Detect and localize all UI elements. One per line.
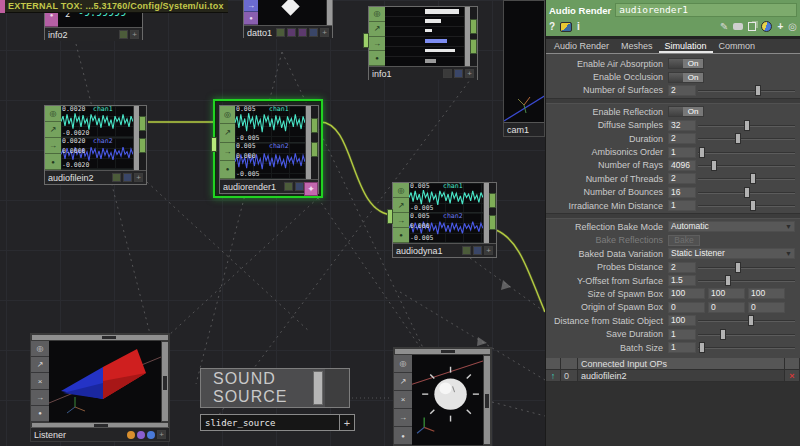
param-slider[interactable] xyxy=(698,160,795,171)
param-value-field[interactable]: 1.5 xyxy=(668,275,696,286)
slider-handle[interactable] xyxy=(750,173,756,184)
flag-square[interactable] xyxy=(276,28,285,37)
node-name[interactable]: audiofilein2 xyxy=(48,173,110,183)
tab-common[interactable]: Common xyxy=(713,40,762,53)
toggle-state[interactable]: On xyxy=(683,73,703,82)
bypass-flag-icon[interactable] xyxy=(220,124,235,142)
help-icon[interactable]: ? xyxy=(549,22,555,32)
add-flag-button[interactable]: + xyxy=(130,30,139,39)
output-connector[interactable] xyxy=(489,193,496,208)
param-value-field-y[interactable]: 100 xyxy=(708,288,745,299)
node-audiodyna1[interactable]: 0.005 chan1 -0.005 0.005 chan2 0.000 -0.… xyxy=(392,182,497,258)
node-label-bar[interactable]: info2 + xyxy=(45,27,142,41)
flag-dot[interactable] xyxy=(127,431,135,439)
dock-flag-icon[interactable] xyxy=(244,12,258,25)
dropdown-baked-data-variation[interactable]: Static Listener▼ xyxy=(668,248,795,259)
node-name[interactable]: slider_source xyxy=(201,418,339,428)
viewer-flag-icon[interactable] xyxy=(45,106,61,122)
node-label-bar[interactable]: Listener + xyxy=(31,427,169,441)
param-slider[interactable] xyxy=(698,275,795,286)
flag-square[interactable] xyxy=(473,246,482,255)
info1-viewer[interactable] xyxy=(385,7,464,66)
color-wheel-icon[interactable] xyxy=(761,21,772,32)
comp-right-rail[interactable] xyxy=(483,355,491,445)
comment-badge[interactable]: ✦ xyxy=(304,182,318,196)
dock-flag-icon[interactable] xyxy=(220,161,235,179)
export-flag-icon[interactable] xyxy=(220,143,235,161)
viewer-flag-icon[interactable] xyxy=(31,341,49,357)
param-value-field[interactable]: 2 xyxy=(668,173,696,184)
output-connector[interactable] xyxy=(489,215,496,230)
node-name[interactable]: Listener xyxy=(34,430,125,440)
add-flag-button[interactable]: + xyxy=(157,430,166,439)
slider-handle[interactable] xyxy=(720,329,726,340)
param-slider[interactable] xyxy=(698,147,795,158)
bake-button[interactable]: Bake xyxy=(668,235,700,246)
render-flag-icon[interactable] xyxy=(394,391,412,409)
flag-square[interactable] xyxy=(295,182,304,191)
toggle-enable-air-absorption[interactable]: On xyxy=(668,58,704,69)
param-slider[interactable] xyxy=(698,342,795,353)
param-slider[interactable] xyxy=(698,262,795,273)
dock-flag-icon[interactable] xyxy=(394,427,412,445)
param-value-field[interactable]: 2 xyxy=(668,262,696,273)
render-flag-icon[interactable] xyxy=(31,373,49,389)
flag-square[interactable] xyxy=(287,28,296,37)
flag-square[interactable] xyxy=(123,173,132,182)
param-value-field[interactable]: 16 xyxy=(668,187,696,198)
slider-handle[interactable] xyxy=(699,342,705,353)
bypass-flag-icon[interactable] xyxy=(393,198,409,213)
export-flag-icon[interactable] xyxy=(394,409,412,427)
param-value-field-y[interactable]: 0 xyxy=(708,302,745,313)
node-sound-source-geo[interactable] xyxy=(393,347,492,446)
input-connector[interactable] xyxy=(211,137,217,152)
param-value-field[interactable]: 2 xyxy=(668,133,696,144)
bypass-flag-icon[interactable] xyxy=(369,22,385,37)
param-value-field[interactable]: 1 xyxy=(668,342,696,353)
listener-viewer[interactable] xyxy=(49,341,161,422)
table-row[interactable]: ↑ 0 audiofilein2 × xyxy=(546,370,800,382)
node-slider-source[interactable]: slider_source + xyxy=(200,414,355,431)
node-name[interactable]: info1 xyxy=(372,69,441,79)
op-name-field[interactable]: audiorender1 xyxy=(615,3,797,17)
slider-handle[interactable] xyxy=(711,160,717,171)
tab-meshes[interactable]: Meshes xyxy=(615,40,659,53)
export-flag-icon[interactable] xyxy=(31,390,49,406)
output-connector[interactable] xyxy=(311,118,318,133)
add-flag-button[interactable]: + xyxy=(484,246,493,255)
audiofilein2-viewer[interactable]: 0.0020 chan1 -0.0020 0.0020 chan2 0.0000… xyxy=(61,106,133,170)
flag-square[interactable] xyxy=(119,30,128,39)
slider-handle[interactable] xyxy=(744,120,750,131)
viewer-flag-icon[interactable] xyxy=(220,106,235,124)
dock-flag-icon[interactable] xyxy=(369,51,385,66)
param-value-field-z[interactable]: 100 xyxy=(748,288,785,299)
node-name[interactable]: audiorender1 xyxy=(223,182,282,192)
viewer-flag-icon[interactable] xyxy=(394,355,412,373)
node-label-bar[interactable]: cam1 xyxy=(504,122,544,136)
node-audiofilein2[interactable]: 0.0020 chan1 -0.0020 0.0020 chan2 0.0000… xyxy=(44,105,147,185)
sound-source-slider-widget[interactable]: SOUND SOURCE xyxy=(200,368,350,408)
node-label-bar[interactable]: datto1 + xyxy=(244,25,332,39)
input-connector[interactable] xyxy=(387,209,393,224)
node-name[interactable]: datto1 xyxy=(247,28,274,38)
input-connector[interactable] xyxy=(363,33,369,48)
node-name[interactable]: audiodyna1 xyxy=(396,246,460,256)
slider-handle[interactable] xyxy=(735,262,741,273)
toggle-enable-reflection[interactable]: On xyxy=(668,106,704,117)
flag-square[interactable] xyxy=(454,69,463,78)
plus-icon[interactable]: + xyxy=(777,22,783,32)
slider-handle[interactable] xyxy=(699,147,705,158)
slider-handle[interactable] xyxy=(750,200,756,211)
bypass-flag-icon[interactable] xyxy=(394,373,412,391)
comment-icon[interactable] xyxy=(733,23,743,30)
slider-handle[interactable] xyxy=(725,275,731,286)
flag-square[interactable] xyxy=(462,246,471,255)
comp-right-rail[interactable] xyxy=(161,341,169,422)
bypass-flag-icon[interactable] xyxy=(31,357,49,373)
target-icon[interactable]: ◎ xyxy=(788,22,797,32)
pencil-icon[interactable]: ✎ xyxy=(720,22,728,32)
param-value-field[interactable]: 1 xyxy=(668,200,696,211)
sound-source-viewer[interactable] xyxy=(412,355,483,445)
node-cam1[interactable]: cam1 xyxy=(503,0,545,137)
param-value-field[interactable]: 2 xyxy=(668,85,696,96)
